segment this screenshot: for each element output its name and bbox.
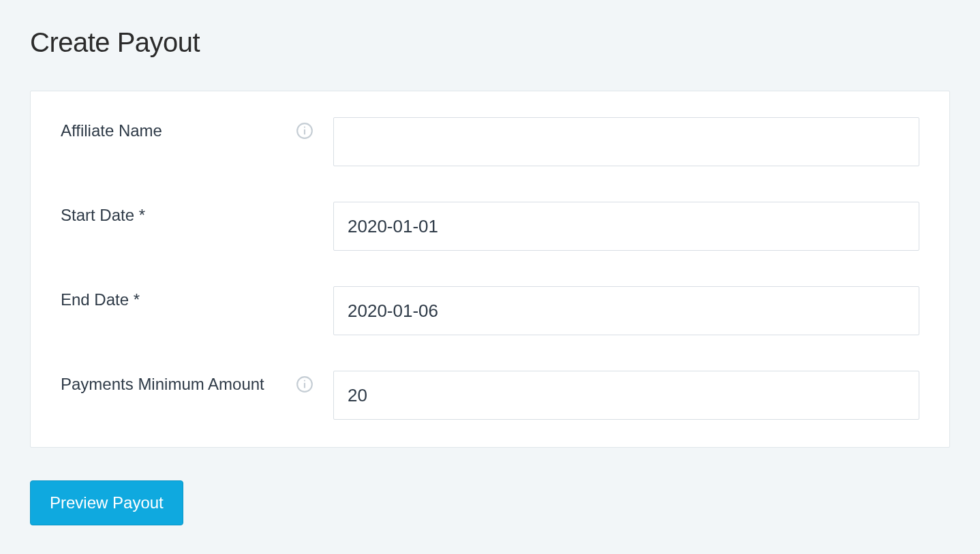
page-title: Create Payout: [30, 27, 950, 58]
preview-payout-button[interactable]: Preview Payout: [30, 480, 183, 525]
end-date-label-wrap: End Date *: [61, 286, 333, 309]
payout-form-card: Affiliate Name Start Date * End Date *: [30, 91, 950, 448]
info-icon[interactable]: [295, 121, 314, 140]
end-date-input[interactable]: [333, 286, 919, 335]
min-amount-field-wrap: [333, 371, 919, 420]
min-amount-label-wrap: Payments Minimum Amount: [61, 371, 333, 394]
row-end-date: End Date *: [61, 286, 919, 335]
row-min-amount: Payments Minimum Amount: [61, 371, 919, 420]
row-affiliate-name: Affiliate Name: [61, 117, 919, 166]
svg-point-2: [304, 127, 305, 128]
row-start-date: Start Date *: [61, 202, 919, 251]
start-date-input[interactable]: [333, 202, 919, 251]
affiliate-name-label: Affiliate Name: [61, 121, 162, 140]
info-icon[interactable]: [295, 375, 314, 394]
min-amount-label: Payments Minimum Amount: [61, 375, 264, 394]
affiliate-name-label-wrap: Affiliate Name: [61, 117, 333, 140]
svg-point-5: [304, 380, 305, 382]
min-amount-input[interactable]: [333, 371, 919, 420]
end-date-label: End Date *: [61, 290, 140, 309]
start-date-label: Start Date *: [61, 206, 145, 225]
end-date-field-wrap: [333, 286, 919, 335]
start-date-label-wrap: Start Date *: [61, 202, 333, 225]
start-date-field-wrap: [333, 202, 919, 251]
affiliate-name-field-wrap: [333, 117, 919, 166]
affiliate-name-input[interactable]: [333, 117, 919, 166]
